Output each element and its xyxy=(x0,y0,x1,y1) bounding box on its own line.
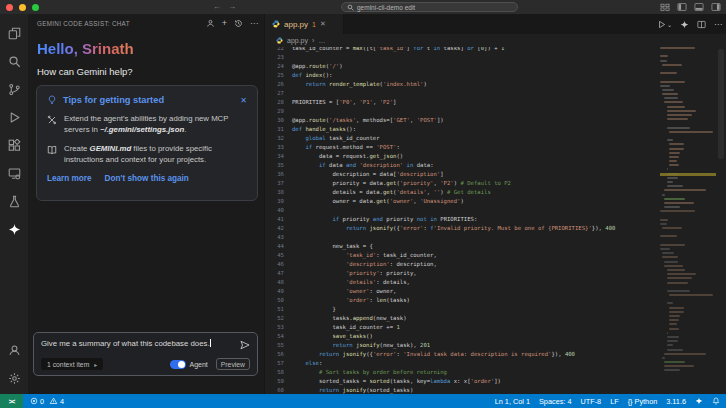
code-line[interactable]: 23 xyxy=(266,52,656,61)
problems-status[interactable]: 0 4 xyxy=(30,397,64,406)
close-icon[interactable]: ✕ xyxy=(240,96,247,105)
code-line[interactable]: 51 } xyxy=(266,304,656,313)
nav-forward-icon[interactable]: → xyxy=(228,0,236,14)
indentation[interactable]: Spaces: 4 xyxy=(539,397,571,406)
code-line[interactable]: 41 if priority and priority not in PRIOR… xyxy=(266,214,656,223)
code-line[interactable]: 31def handle_tasks(): xyxy=(266,124,656,133)
nav-back-icon[interactable]: ← xyxy=(213,0,221,14)
code-line[interactable]: 40 xyxy=(266,205,656,214)
activity-item-run-debug[interactable] xyxy=(0,103,28,131)
chat-input-container[interactable]: Give me a summary of what this codebase … xyxy=(33,332,258,376)
code-line[interactable]: 28PRIORITIES = ['P0', 'P1', 'P2'] xyxy=(266,97,656,106)
split-editor-icon[interactable] xyxy=(697,20,706,29)
code-line[interactable]: 33 if request.method == 'POST': xyxy=(266,142,656,151)
activity-item-extensions[interactable] xyxy=(0,131,28,159)
customize-layout-icon[interactable] xyxy=(660,2,670,12)
send-icon[interactable] xyxy=(240,340,250,350)
gemini-sparkle-icon[interactable] xyxy=(680,20,689,29)
code-line[interactable]: 27 xyxy=(266,88,656,97)
activity-item-gemini[interactable] xyxy=(0,215,28,243)
mac-minimize-button[interactable] xyxy=(19,4,26,11)
code-line[interactable]: 43 xyxy=(266,232,656,241)
toggle-secondary-sidebar-icon[interactable] xyxy=(711,2,721,12)
activity-item-explorer[interactable] xyxy=(0,19,28,47)
code-line[interactable]: 57 else: xyxy=(266,358,656,367)
breadcrumb-symbol[interactable]: … xyxy=(318,37,325,44)
code-line[interactable]: 35 if data and 'description' in data: xyxy=(266,160,656,169)
minimap[interactable] xyxy=(660,47,716,394)
code-line[interactable]: 47 'priority': priority, xyxy=(266,268,656,277)
tip-item-gemini-md: Create GEMINI.md files to provide specif… xyxy=(47,144,247,165)
scrollbar-thumb[interactable] xyxy=(718,49,724,159)
code-line[interactable]: 26 return render_template('index.html') xyxy=(266,79,656,88)
code-line[interactable]: 37 priority = data.get('priority', 'P2')… xyxy=(266,178,656,187)
code-line[interactable]: 36 description = data['description'] xyxy=(266,169,656,178)
code-line[interactable]: 45 'task_id': task_id_counter, xyxy=(266,250,656,259)
activity-item-remote-explorer[interactable] xyxy=(0,159,28,187)
cursor-position[interactable]: Ln 1, Col 1 xyxy=(495,397,530,406)
code-line[interactable]: 29 xyxy=(266,106,656,115)
account-icon[interactable] xyxy=(206,19,215,28)
greeting-heading: Hello, Srinath xyxy=(37,40,134,57)
language-mode[interactable]: {}Python xyxy=(628,397,658,406)
activity-item-accounts[interactable] xyxy=(0,336,28,364)
eol-sequence[interactable]: LF xyxy=(610,397,619,406)
code-line[interactable]: 25def index(): xyxy=(266,70,656,79)
code-editor[interactable]: 22task_id_counter = max([t['task_id'] fo… xyxy=(266,47,656,394)
code-line[interactable]: 34 data = request.get_json() xyxy=(266,151,656,160)
encoding[interactable]: UTF-8 xyxy=(580,397,601,406)
activity-item-search[interactable] xyxy=(0,47,28,75)
more-actions-icon[interactable]: ⋯ xyxy=(250,19,258,28)
code-line[interactable]: 46 'description': description, xyxy=(266,259,656,268)
line-number: 25 xyxy=(266,72,292,78)
code-line[interactable]: 54 save_tasks() xyxy=(266,331,656,340)
notifications-bell-icon[interactable] xyxy=(712,397,720,405)
editor-scrollbar[interactable] xyxy=(716,47,726,394)
code-line[interactable]: 39 owner = data.get('owner', 'Unassigned… xyxy=(266,196,656,205)
editor-more-icon[interactable]: ⋯ xyxy=(714,20,722,29)
code-line[interactable]: 60 return jsonify(sorted_tasks) xyxy=(266,385,656,394)
code-line[interactable]: 30@app.route('/tasks', methods=['GET', '… xyxy=(266,115,656,124)
code-line[interactable]: 59 sorted_tasks = sorted(tasks, key=lamb… xyxy=(266,376,656,385)
toggle-primary-sidebar-icon[interactable] xyxy=(677,2,687,12)
tab-app-py[interactable]: app.py 1 ✕ xyxy=(266,14,344,34)
run-dropdown-icon[interactable]: ⌄ xyxy=(667,21,672,28)
code-line[interactable]: 58 # Sort tasks by order before returnin… xyxy=(266,367,656,376)
learn-more-link[interactable]: Learn more xyxy=(47,174,92,183)
code-line[interactable]: 53 task_id_counter += 1 xyxy=(266,322,656,331)
context-items-chip[interactable]: 1 context item▸ xyxy=(41,358,103,370)
command-center-search[interactable]: gemini-cli-demo edit xyxy=(341,2,518,12)
new-chat-icon[interactable]: + xyxy=(222,19,227,28)
python-interpreter[interactable]: 3.11.6 xyxy=(666,397,686,406)
code-line[interactable]: 55 return jsonify(new_task), 201 xyxy=(266,340,656,349)
code-line[interactable]: 38 details = data.get('details', '') # G… xyxy=(266,187,656,196)
run-file-icon[interactable] xyxy=(657,20,666,29)
code-line[interactable]: 32 global task_id_counter xyxy=(266,133,656,142)
toggle-panel-icon[interactable] xyxy=(694,2,704,12)
remote-indicator[interactable]: >< xyxy=(0,394,23,408)
breadcrumb[interactable]: app.py › … xyxy=(266,34,726,47)
tab-close-icon[interactable]: ✕ xyxy=(320,20,326,28)
code-line[interactable]: 56 return jsonify({'error': 'Invalid tas… xyxy=(266,349,656,358)
code-line[interactable]: 50 'order': len(tasks) xyxy=(266,295,656,304)
gemini-status-icon[interactable] xyxy=(695,397,703,405)
line-number: 55 xyxy=(266,342,292,348)
activity-item-settings[interactable] xyxy=(0,364,28,392)
dont-show-again-link[interactable]: Don't show this again xyxy=(105,174,189,183)
activity-item-source-control[interactable] xyxy=(0,75,28,103)
chat-input-field[interactable]: Give me a summary of what this codebase … xyxy=(41,339,240,349)
code-line[interactable]: 52 tasks.append(new_task) xyxy=(266,313,656,322)
mac-zoom-button[interactable] xyxy=(32,4,39,11)
agent-toggle[interactable] xyxy=(170,360,186,369)
line-number: 32 xyxy=(266,135,292,141)
code-line[interactable]: 48 'details': details, xyxy=(266,277,656,286)
activity-item-testing[interactable] xyxy=(0,187,28,215)
code-line[interactable]: 42 return jsonify({'error': f'Invalid pr… xyxy=(266,223,656,232)
history-icon[interactable] xyxy=(234,19,243,28)
line-number: 51 xyxy=(266,306,292,312)
code-line[interactable]: 24@app.route('/') xyxy=(266,61,656,70)
mac-close-button[interactable] xyxy=(6,4,13,11)
code-line[interactable]: 44 new_task = { xyxy=(266,241,656,250)
code-line[interactable]: 49 'owner': owner, xyxy=(266,286,656,295)
breadcrumb-file[interactable]: app.py xyxy=(287,37,308,44)
